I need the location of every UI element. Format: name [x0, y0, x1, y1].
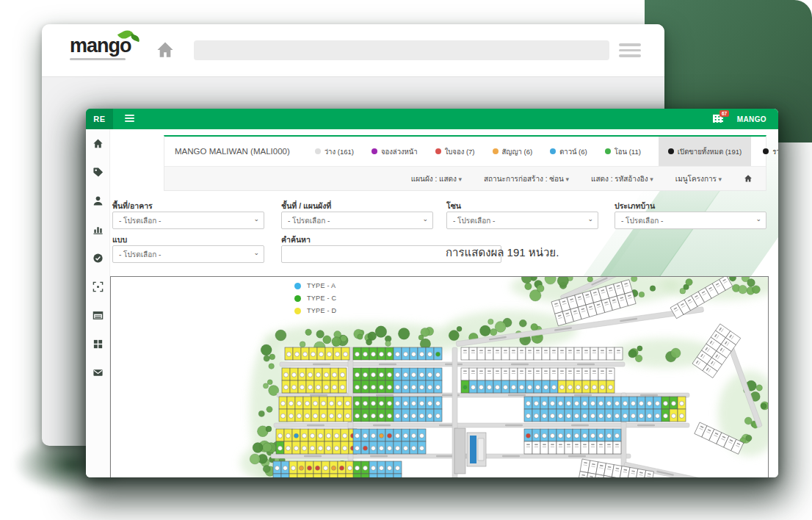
- floor-select[interactable]: - โปรดเลือก -: [281, 212, 433, 229]
- frame-icon[interactable]: [93, 281, 104, 292]
- map-legend-type-d: TYPE - D: [294, 307, 336, 314]
- zone-select-wrap: - โปรดเลือก -⌄: [446, 212, 598, 229]
- house-type-select-wrap: - โปรดเลือก -⌄: [615, 212, 766, 229]
- menu-masterplan[interactable]: แผนผัง : แสดง: [411, 173, 462, 184]
- zone-select[interactable]: - โปรดเลือก -: [446, 212, 598, 229]
- project-title: MANGO MALIWAN (MALI000): [175, 147, 290, 156]
- home-icon[interactable]: [744, 174, 753, 183]
- legend-item-vacant[interactable]: ว่าง (161): [315, 146, 354, 157]
- browser-topbar: mango: [42, 24, 664, 77]
- table-icon[interactable]: [93, 310, 104, 321]
- app-logo-re[interactable]: RE: [86, 109, 113, 129]
- home-icon[interactable]: [156, 40, 175, 62]
- status-dot: [763, 148, 769, 154]
- map-type-legend: TYPE - A TYPE - C TYPE - D: [294, 282, 336, 319]
- promo-canvas: mango RE 67 MANGO: [0, 0, 812, 520]
- app-sidebar: [86, 129, 110, 477]
- notification-badge: 67: [719, 110, 728, 117]
- status-dot: [315, 148, 321, 154]
- menu-icon[interactable]: [619, 43, 641, 60]
- legend-item-transfer[interactable]: โอน (11): [605, 146, 641, 157]
- status-dot: [493, 148, 499, 154]
- status-dot: [435, 148, 441, 154]
- tag-icon[interactable]: [93, 167, 104, 178]
- map-legend-type-c: TYPE - C: [294, 295, 336, 302]
- model-select[interactable]: - โปรดเลือก -: [112, 245, 264, 263]
- type-a-dot: [294, 283, 301, 289]
- status-dot: [371, 148, 377, 154]
- app-content: MANGO MALIWAN (MALI000) ว่าง (161) จองล่…: [110, 129, 778, 477]
- bar-chart-icon[interactable]: [93, 224, 104, 235]
- result-count-text: การแสดงผล 191 หน่วย.: [446, 244, 559, 261]
- menu-display-code[interactable]: แสดง : รหัสอ้างอิง: [591, 173, 653, 184]
- area-select[interactable]: - โปรดเลือก -: [112, 212, 264, 229]
- project-header-card: MANGO MALIWAN (MALI000) ว่าง (161) จองล่…: [164, 135, 766, 191]
- site-plan-svg: [111, 277, 769, 477]
- legend-item-grand-total[interactable]: รวมทั้งหมด (ยูนิต) (294): [763, 146, 778, 157]
- model-select-wrap: - โปรดเลือก -⌄: [112, 245, 264, 263]
- filter-label-floor: ชั้นที่ / แผนผังที่: [281, 200, 331, 212]
- grid-icon[interactable]: [93, 339, 104, 350]
- menu-construction-status[interactable]: สถานะการก่อสร้าง : ซ่อน: [484, 173, 569, 184]
- notifications-icon[interactable]: 67: [713, 115, 724, 123]
- status-dot: [668, 148, 674, 154]
- address-search-bar[interactable]: [194, 40, 609, 60]
- legend-item-open-total[interactable]: เปิดขายทั้งหมด (191): [659, 137, 751, 166]
- type-c-dot: [294, 295, 301, 302]
- app-window: RE 67 MANGO: [86, 109, 778, 477]
- app-topbar: RE 67 MANGO: [86, 109, 778, 129]
- menu-project[interactable]: เมนูโครงการ: [675, 173, 722, 184]
- filter-label-area: พื้นที่/อาคาร: [112, 200, 153, 212]
- floor-select-wrap: - โปรดเลือก -⌄: [281, 212, 433, 229]
- legend-item-contract[interactable]: สัญญา (6): [493, 146, 533, 157]
- area-select-wrap: - โปรดเลือก -⌄: [112, 212, 264, 229]
- mango-logo: mango: [70, 36, 131, 60]
- mango-logo-text: mango: [70, 36, 131, 56]
- type-d-dot: [294, 308, 301, 314]
- mail-icon[interactable]: [93, 367, 104, 378]
- user-icon[interactable]: [93, 195, 104, 206]
- home-icon[interactable]: [93, 138, 104, 149]
- filter-label-model: แบบ: [112, 234, 127, 246]
- legend-item-down[interactable]: ดาวน์ (6): [550, 146, 587, 157]
- site-plan-map[interactable]: TYPE - A TYPE - C TYPE - D: [110, 276, 769, 477]
- filter-label-search: คำค้นหา: [281, 234, 311, 246]
- logo-tagline: [70, 58, 126, 60]
- map-legend-type-a: TYPE - A: [294, 282, 336, 289]
- legend-row: MANGO MALIWAN (MALI000) ว่าง (161) จองล่…: [164, 137, 766, 166]
- filter-label-house-type: ประเภทบ้าน: [615, 200, 655, 212]
- clubhouse: [454, 428, 486, 474]
- sidebar-toggle-icon[interactable]: [125, 115, 134, 123]
- status-dot: [550, 148, 556, 154]
- legend-item-prebook[interactable]: จองล่วงหน้า: [371, 146, 418, 157]
- map-toolbar: แผนผัง : แสดง สถานะการก่อสร้าง : ซ่อน แส…: [164, 166, 766, 190]
- status-dot: [605, 148, 611, 154]
- legend-item-booking[interactable]: ใบจอง (7): [435, 146, 475, 157]
- user-menu[interactable]: MANGO: [737, 115, 766, 123]
- house-type-select[interactable]: - โปรดเลือก -: [615, 212, 766, 229]
- filter-label-zone: โซน: [446, 200, 461, 212]
- check-circle-icon[interactable]: [93, 253, 104, 264]
